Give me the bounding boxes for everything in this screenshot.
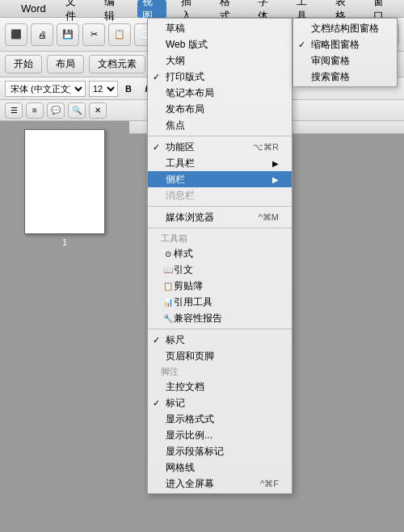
styles-icon: ⊙ [162,248,174,259]
view-menu: 草稿 Web 版式 大纲 ✓ 打印版式 笔记本布局 发布布局 焦点 ✓ 功能区 … [147,18,292,494]
markup-check-icon: ✓ [153,398,160,408]
menu-reftools[interactable]: 📊 引用工具 [148,294,292,310]
ruler-check-icon: ✓ [153,335,160,346]
citations-icon: 📖 [162,264,174,275]
menu-notebook[interactable]: 笔记本布局 [148,85,292,101]
menu-citations-label: 引文 [174,263,193,277]
sidebar-submenu: 文档结构图窗格 ✓ 缩略图窗格 审阅窗格 搜索窗格 [292,18,398,87]
menu-web[interactable]: Web 版式 [148,36,292,52]
submenu-docmap-label: 文档结构图窗格 [311,22,379,36]
menu-gridlines[interactable]: 网格线 [148,459,292,475]
menu-showparagraph[interactable]: 显示段落标记 [148,443,292,459]
menu-focus-label: 焦点 [166,119,185,132]
reftools-icon: 📊 [162,296,174,308]
submenu-review-label: 审阅窗格 [311,54,350,68]
menu-masterdoc[interactable]: 主控文档 [148,379,292,395]
menu-showparagraph-label: 显示段落标记 [166,445,224,459]
toolbar-arrow-icon: ▶ [272,159,279,168]
menu-markup-label: 标记 [166,396,185,410]
submenu-search[interactable]: 搜索窗格 [293,69,397,85]
menu-headerfooter[interactable]: 页眉和页脚 [148,348,292,364]
menu-showexample-label: 显示比例... [166,429,213,442]
menu-focus[interactable]: 焦点 [148,117,292,133]
compat-icon: 🔧 [162,312,174,324]
menu-statusbar-label: 消息栏 [166,189,195,203]
menu-draft-label: 草稿 [166,22,185,36]
menu-showexample[interactable]: 显示比例... [148,427,292,443]
menu-mediabrowser[interactable]: 媒体浏览器 ^⌘M [148,209,292,225]
menu-ribbon-label: 功能区 [166,140,195,154]
menu-publish[interactable]: 发布布局 [148,101,292,117]
menu-compat-label: 兼容性报告 [174,312,222,325]
menu-citations[interactable]: 📖 引文 [148,262,292,278]
menu-styles[interactable]: ⊙ 样式 [148,245,292,262]
toolbox-section-label: 工具箱 [148,231,292,245]
menu-mediabrowser-label: 媒体浏览器 [166,211,214,224]
menu-showformat-label: 显示格式式 [166,413,214,426]
menu-clipboard[interactable]: 📋 剪贴簿 [148,278,292,294]
ribbon-check-icon: ✓ [153,142,160,153]
submenu-thumbnails[interactable]: ✓ 缩略图窗格 [293,36,397,52]
menu-ruler-label: 标尺 [166,333,185,347]
menu-print[interactable]: ✓ 打印版式 [148,69,292,85]
submenu-thumbnails-label: 缩略图窗格 [311,38,360,52]
menu-outline[interactable]: 大纲 [148,52,292,69]
menu-sep-3 [148,228,292,228]
menu-toolbar-label: 工具栏 [166,157,195,170]
menu-styles-label: 样式 [174,247,193,261]
menu-sep-4 [148,329,292,329]
menu-showformat[interactable]: 显示格式式 [148,411,292,427]
menu-ruler[interactable]: ✓ 标尺 [148,332,292,348]
menu-markup[interactable]: ✓ 标记 [148,395,292,411]
submenu-docmap[interactable]: 文档结构图窗格 [293,20,397,36]
menu-sep-1 [148,136,292,136]
menu-sep-2 [148,206,292,207]
menu-gridlines-label: 网格线 [166,461,195,475]
menu-masterdoc-label: 主控文档 [166,380,204,394]
dropdown-overlay: 草稿 Web 版式 大纲 ✓ 打印版式 笔记本布局 发布布局 焦点 ✓ 功能区 … [0,0,404,532]
menu-publish-label: 发布布局 [166,103,204,116]
menu-notebook-label: 笔记本布局 [166,86,214,100]
submenu-search-label: 搜索窗格 [311,70,350,84]
menu-clipboard-label: 剪贴簿 [174,279,203,293]
menu-compat[interactable]: 🔧 兼容性报告 [148,310,292,326]
mediabrowser-shortcut: ^⌘M [259,212,279,223]
menu-reftools-label: 引用工具 [174,295,213,309]
footnotes-section-label: 脚注 [148,364,292,379]
menu-fullscreen[interactable]: 进入全屏幕 ^⌘F [148,475,292,492]
menu-headerfooter-label: 页眉和页脚 [166,350,214,363]
clipboard-icon: 📋 [162,280,174,291]
menu-draft[interactable]: 草稿 [148,20,292,36]
sidebar-arrow-icon: ▶ [272,175,279,184]
thumbnails-check-icon: ✓ [298,40,305,50]
menu-toolbar[interactable]: 工具栏 ▶ [148,155,292,171]
submenu-review[interactable]: 审阅窗格 [293,52,397,69]
menu-fullscreen-label: 进入全屏幕 [166,477,214,491]
menu-outline-label: 大纲 [166,54,185,68]
menu-print-label: 打印版式 [166,70,204,84]
menu-ribbon[interactable]: ✓ 功能区 ⌥⌘R [148,139,292,155]
menu-web-label: Web 版式 [166,38,208,52]
menu-statusbar: 消息栏 [148,187,292,203]
menu-sidebar-label: 侧栏 [166,173,185,186]
menu-sidebar[interactable]: 侧栏 ▶ [148,171,292,187]
print-check-icon: ✓ [153,72,160,82]
ribbon-shortcut: ⌥⌘R [253,142,279,153]
fullscreen-shortcut: ^⌘F [260,479,279,489]
